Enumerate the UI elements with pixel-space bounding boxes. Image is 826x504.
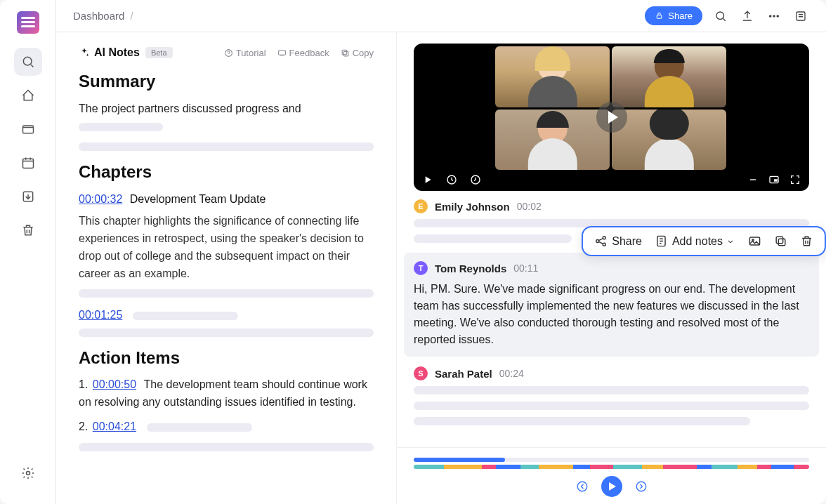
speaker-time: 00:11 [513,263,538,274]
action-item: 1. 00:00:50 The development team should … [79,376,374,411]
speaker-name: Sarah Patel [435,368,492,380]
svg-rect-10 [796,12,805,20]
svg-rect-12 [278,50,285,55]
chapter-title: Development Team Update [130,193,266,205]
upload-icon[interactable] [739,8,756,25]
svg-rect-1 [22,126,33,133]
svg-point-6 [716,12,724,20]
popup-share[interactable]: Share [594,234,642,248]
folder-button[interactable] [14,115,42,143]
trash-button[interactable] [14,216,42,244]
speaker-segments[interactable] [414,465,809,469]
ai-notes-title: AI Notes [79,46,140,59]
transcript-block: S Sarah Patel 00:24 [414,366,809,425]
svg-point-27 [577,482,587,491]
chevron-down-icon [726,237,735,246]
tutorial-link[interactable]: Tutorial [224,48,266,58]
action-item: 2. 00:04:21 [79,418,374,451]
svg-rect-13 [343,51,348,56]
chapter-item: 00:01:25 [79,309,374,337]
mini-play-icon[interactable] [422,174,433,185]
svg-rect-26 [776,237,783,244]
forward-icon[interactable] [470,174,481,185]
fullscreen-icon[interactable] [789,174,801,185]
transcript: E Emily Johnson 00:02 Share Add notes [397,191,826,447]
chapter-description: This chapter highlights the significance… [79,213,374,282]
progress-bar[interactable] [414,458,809,462]
ai-notes-panel: AI Notes Beta Tutorial Feedback Copy Sum… [56,32,397,504]
image-icon[interactable] [748,234,761,248]
action-items-heading: Action Items [79,348,374,368]
play-overlay-icon[interactable] [596,102,627,133]
timeline [397,447,826,504]
topbar: Dashboard Share [56,0,826,32]
speaker-time: 00:24 [499,368,524,379]
delete-icon[interactable] [800,234,813,248]
transcript-text: Hi, PM. Sure. We've made significant pro… [414,281,809,348]
feedback-link[interactable]: Feedback [277,48,329,58]
action-timestamp[interactable]: 00:00:50 [93,378,136,390]
speaker-name: Tom Reynolds [435,263,506,274]
main: Dashboard Share AI Notes Beta Tutorial [56,0,826,504]
summary-heading: Summary [79,72,374,91]
speaker-name: Emily Johnson [435,201,510,213]
sidebar [0,0,56,504]
search-button[interactable] [14,48,42,76]
svg-point-8 [773,15,775,16]
copy-icon[interactable] [774,234,787,248]
svg-point-0 [23,57,32,65]
rewind-icon[interactable] [446,174,457,185]
chapter-timestamp[interactable]: 00:01:25 [79,309,122,321]
speaker-time: 00:02 [517,201,542,212]
home-button[interactable] [14,81,42,110]
pip-icon[interactable] [768,174,780,185]
rewind-button[interactable] [576,480,589,493]
avatar: T [414,261,428,275]
export-button[interactable] [14,183,42,211]
copy-link[interactable]: Copy [341,48,374,58]
forward-button[interactable] [635,480,648,493]
chapter-timestamp[interactable]: 00:00:32 [79,193,122,205]
calendar-button[interactable] [14,149,42,177]
popup-add-notes[interactable]: Add notes [655,234,735,248]
play-button[interactable] [601,476,622,497]
avatar: E [414,199,428,213]
video-player[interactable] [414,44,809,191]
beta-badge: Beta [145,47,173,58]
minimize-icon[interactable] [747,174,759,185]
avatar: S [414,366,428,380]
content: AI Notes Beta Tutorial Feedback Copy Sum… [56,32,826,504]
breadcrumb[interactable]: Dashboard [73,10,133,22]
svg-rect-18 [774,179,778,181]
svg-rect-25 [778,239,785,246]
chapter-item: 00:00:32 Development Team Update This ch… [79,193,374,298]
topbar-search-icon[interactable] [712,8,729,25]
chapters-heading: Chapters [79,162,374,182]
transcript-block-active[interactable]: Share Add notes T Tom Reynolds 00:11 Hi,… [404,253,819,357]
svg-point-9 [777,15,778,16]
svg-rect-14 [342,50,347,55]
panel-icon[interactable] [792,8,809,25]
action-timestamp[interactable]: 00:04:21 [93,420,136,432]
svg-rect-5 [657,15,662,18]
svg-point-4 [26,472,29,475]
settings-button[interactable] [14,459,42,487]
more-icon[interactable] [766,8,782,25]
svg-point-7 [770,15,771,16]
context-popup: Share Add notes [582,226,826,256]
svg-point-11 [225,49,232,56]
svg-rect-2 [22,159,33,168]
summary-text: The project partners discussed progress … [79,100,374,135]
media-panel: E Emily Johnson 00:02 Share Add notes [397,32,826,504]
app-logo[interactable] [17,11,39,34]
share-button[interactable]: Share [645,6,702,25]
svg-point-28 [636,482,646,491]
